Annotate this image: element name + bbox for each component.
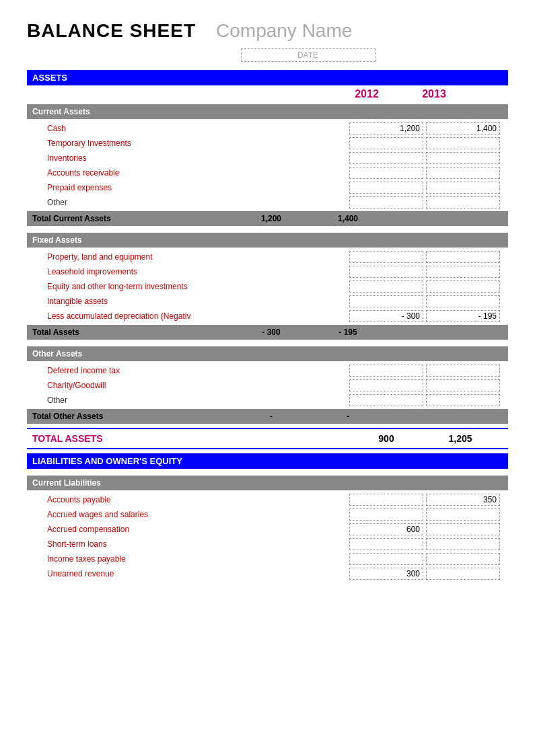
list-item: Inventories	[27, 151, 508, 165]
equity-longterm-val-2012[interactable]	[349, 280, 423, 293]
total-other-assets-label: Total Other Assets	[32, 412, 234, 421]
depreciation-val-2012[interactable]: - 300	[349, 310, 423, 322]
equity-longterm-label: Equity and other long-term investments	[47, 282, 249, 291]
leasehold-label: Leasehold improvements	[47, 267, 249, 276]
accrued-compensation-val-2013[interactable]	[426, 523, 500, 535]
other-assets-val-2013[interactable]	[426, 394, 500, 406]
list-item: Unearned revenue 300	[27, 566, 508, 581]
short-term-loans-label: Short-term loans	[47, 539, 249, 549]
prepaid-expenses-val-2013[interactable]	[426, 182, 500, 194]
accrued-wages-label: Accrued wages and salaries	[47, 510, 249, 519]
temp-investments-val-2012[interactable]	[349, 137, 423, 149]
list-item: Intangible assets	[27, 294, 508, 309]
total-assets-grand-2012: 900	[349, 433, 423, 444]
other-current-label: Other	[47, 198, 249, 207]
temp-investments-val-2013[interactable]	[426, 137, 500, 149]
prepaid-expenses-label: Prepaid expenses	[47, 183, 249, 192]
inventories-val-2013[interactable]	[426, 152, 500, 164]
accrued-compensation-val-2012[interactable]: 600	[349, 523, 423, 535]
page-title: BALANCE SHEET	[27, 20, 196, 42]
total-fixed-2013: - 195	[311, 328, 385, 337]
list-item: Cash 1,200 1,400	[27, 121, 508, 136]
list-item: Accounts receivable	[27, 165, 508, 180]
page-header: BALANCE SHEET Company Name	[27, 20, 508, 42]
list-item: Leasehold improvements	[27, 264, 508, 279]
other-current-val-2012[interactable]	[349, 196, 423, 209]
leasehold-val-2013[interactable]	[426, 266, 500, 278]
assets-section-header: ASSETS	[27, 70, 508, 85]
list-item: Property, land and equipment	[27, 250, 508, 264]
accrued-wages-val-2013[interactable]	[426, 508, 500, 521]
list-item: Charity/Goodwill	[27, 378, 508, 393]
accrued-wages-val-2012[interactable]	[349, 508, 423, 521]
charity-goodwill-val-2012[interactable]	[349, 379, 423, 391]
property-label: Property, land and equipment	[47, 252, 249, 262]
unearned-revenue-val-2012[interactable]: 300	[349, 568, 423, 580]
accounts-payable-val-2012[interactable]	[349, 494, 423, 506]
list-item: Other	[27, 393, 508, 408]
prepaid-expenses-val-2012[interactable]	[349, 182, 423, 194]
liabilities-section-header: LIABILITIES AND OWNER'S EQUITY	[27, 453, 508, 469]
total-assets-grand-2013: 1,205	[423, 433, 497, 444]
inventories-val-2012[interactable]	[349, 152, 423, 164]
short-term-loans-val-2012[interactable]	[349, 538, 423, 550]
total-other-assets-row: Total Other Assets - -	[27, 409, 508, 424]
accounts-payable-val-2013[interactable]: 350	[426, 494, 500, 506]
list-item: Income taxes payable	[27, 552, 508, 566]
cash-val-2013[interactable]: 1,400	[426, 122, 500, 135]
depreciation-label: Less accumulated depreciation (Negativ	[47, 311, 249, 321]
list-item: Accrued wages and salaries	[27, 507, 508, 522]
fixed-assets-header: Fixed Assets	[27, 233, 508, 248]
accounts-receivable-label: Accounts receivable	[47, 168, 249, 178]
inventories-label: Inventories	[47, 153, 249, 163]
total-current-assets-row: Total Current Assets 1,200 1,400	[27, 211, 508, 226]
total-assets-label: Total Assets	[32, 328, 234, 337]
equity-longterm-val-2013[interactable]	[426, 280, 500, 293]
property-val-2012[interactable]	[349, 251, 423, 263]
intangible-val-2013[interactable]	[426, 295, 500, 307]
other-assets-label: Other	[47, 395, 249, 405]
total-fixed-2012: - 300	[234, 328, 308, 337]
total-current-assets-2012: 1,200	[234, 214, 308, 223]
list-item: Other	[27, 195, 508, 210]
income-taxes-payable-val-2013[interactable]	[426, 553, 500, 565]
deferred-income-val-2013[interactable]	[426, 365, 500, 377]
list-item: Deferred income tax	[27, 363, 508, 378]
list-item: Less accumulated depreciation (Negativ -…	[27, 309, 508, 324]
property-val-2013[interactable]	[426, 251, 500, 263]
other-assets-header: Other Assets	[27, 346, 508, 361]
short-term-loans-val-2013[interactable]	[426, 538, 500, 550]
list-item: Accounts payable 350	[27, 492, 508, 507]
accounts-receivable-val-2013[interactable]	[426, 167, 500, 179]
unearned-revenue-val-2013[interactable]	[426, 568, 500, 580]
temp-investments-label: Temporary Investments	[47, 139, 249, 148]
deferred-income-label: Deferred income tax	[47, 366, 249, 375]
company-name: Company Name	[216, 20, 352, 42]
deferred-income-val-2012[interactable]	[349, 365, 423, 377]
total-other-2013: -	[311, 412, 385, 421]
date-row: DATE	[108, 48, 508, 62]
income-taxes-payable-val-2012[interactable]	[349, 553, 423, 565]
list-item: Short-term loans	[27, 537, 508, 552]
current-assets-header: Current Assets	[27, 104, 508, 119]
leasehold-val-2012[interactable]	[349, 266, 423, 278]
intangible-label: Intangible assets	[47, 297, 249, 306]
total-assets-row: Total Assets - 300 - 195	[27, 325, 508, 340]
list-item: Accrued compensation 600	[27, 522, 508, 537]
cash-label: Cash	[47, 124, 249, 133]
date-field[interactable]: DATE	[241, 48, 376, 62]
cash-val-2012[interactable]: 1,200	[349, 122, 423, 135]
total-assets-grand-row: TOTAL ASSETS 900 1,205	[27, 428, 508, 449]
other-current-val-2013[interactable]	[426, 196, 500, 209]
list-item: Temporary Investments	[27, 136, 508, 151]
total-assets-grand-label: TOTAL ASSETS	[32, 433, 234, 444]
unearned-revenue-label: Unearned revenue	[47, 569, 249, 578]
other-assets-val-2012[interactable]	[349, 394, 423, 406]
charity-goodwill-val-2013[interactable]	[426, 379, 500, 391]
depreciation-val-2013[interactable]: - 195	[426, 310, 500, 322]
intangible-val-2012[interactable]	[349, 295, 423, 307]
year-2013: 2013	[400, 88, 468, 100]
years-row: 2012 2013	[27, 85, 508, 102]
accounts-receivable-val-2012[interactable]	[349, 167, 423, 179]
charity-goodwill-label: Charity/Goodwill	[47, 381, 249, 390]
